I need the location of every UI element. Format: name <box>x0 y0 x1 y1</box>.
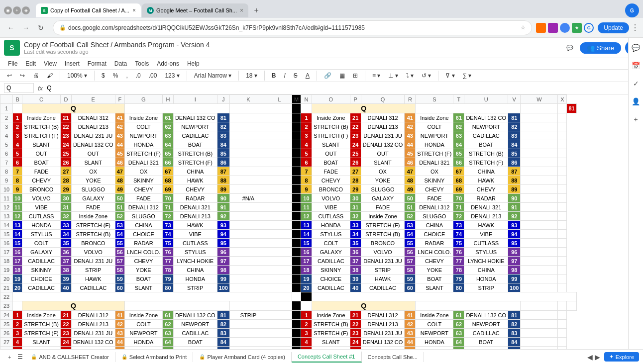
section-q-right[interactable]: Q <box>312 104 415 113</box>
cell-o10[interactable]: BRONCO <box>312 185 350 194</box>
cell-n16[interactable]: 15 <box>301 239 312 248</box>
col-U[interactable]: U <box>464 95 508 104</box>
cell-t28[interactable]: 65 <box>453 347 464 350</box>
cell-x10[interactable] <box>558 185 567 194</box>
comment-icon[interactable]: 💬 <box>564 42 576 54</box>
cell-c27[interactable]: SLANT <box>22 338 61 347</box>
cell-e8[interactable]: OX <box>71 167 115 176</box>
cell-s27[interactable]: HONDA <box>416 338 453 347</box>
cell-c7[interactable]: BOAT <box>22 158 61 167</box>
cell-q26[interactable]: DENALI 231 JU <box>361 329 405 338</box>
cell-p2[interactable]: 21 <box>350 113 361 122</box>
filter-button[interactable]: ⊽ ▾ <box>442 71 457 81</box>
cell-s10[interactable]: CHEVY <box>416 185 453 194</box>
cell-w3[interactable] <box>521 122 558 131</box>
cell-h11[interactable]: 70 <box>162 194 173 203</box>
cell-c12[interactable]: VIBE <box>22 203 61 212</box>
cell-v11[interactable]: 90 <box>508 194 521 203</box>
cell-j15[interactable]: 94 <box>217 230 229 239</box>
cell-l24[interactable] <box>267 311 292 320</box>
cell-b2[interactable]: 1 <box>13 113 22 122</box>
cell-s17[interactable]: LNCH COLO. <box>416 248 453 257</box>
cell-l20[interactable] <box>267 274 292 283</box>
cell-v14[interactable]: 93 <box>508 221 521 230</box>
cell-o20[interactable]: CHOICE <box>312 274 350 283</box>
cell-g28[interactable]: STRETCH (F) <box>124 347 162 350</box>
cell-s15[interactable]: CHOICE <box>416 230 453 239</box>
cell-c14[interactable]: HONDA <box>22 221 61 230</box>
cell-f16[interactable]: 55 <box>115 239 124 248</box>
tab-close-2[interactable]: × <box>240 7 243 14</box>
address-bar[interactable]: 🔒 docs.google.com/spreadsheets/d/1lRQQCi… <box>53 20 532 35</box>
cell-s28[interactable]: STRETCH (F) <box>416 347 453 350</box>
cell-j8[interactable]: 87 <box>217 167 229 176</box>
cell-o7[interactable]: BOAT <box>312 158 350 167</box>
cell-j17[interactable]: 96 <box>217 248 229 257</box>
cell-o26[interactable]: STRETCH (F) <box>312 329 350 338</box>
cell-w10[interactable] <box>521 185 558 194</box>
cell-q13[interactable]: Inside Zone <box>361 212 405 221</box>
cell-v20[interactable]: 99 <box>508 274 521 283</box>
cell-r19[interactable]: 58 <box>405 266 416 274</box>
cell-n7[interactable]: 6 <box>301 158 312 167</box>
cell-b15[interactable]: 14 <box>13 230 22 239</box>
cell-h17[interactable]: 76 <box>162 248 173 257</box>
cell-n27[interactable]: 4 <box>301 338 312 347</box>
cell-k2[interactable] <box>229 113 267 122</box>
reload-button[interactable]: ↻ <box>34 21 48 35</box>
cell-c20[interactable]: CHOICE <box>22 274 61 283</box>
cell-w8[interactable] <box>521 167 558 176</box>
cell-o25[interactable]: STRETCH (B) <box>312 320 350 329</box>
cell-j10[interactable]: 89 <box>217 185 229 194</box>
col-L[interactable]: L <box>267 95 292 104</box>
cell-e24[interactable]: DENALI 312 <box>71 311 115 320</box>
side-calendar-icon[interactable]: 📅 <box>630 60 642 72</box>
valign-button[interactable]: ⊥ ▾ <box>385 71 401 81</box>
cell-w24[interactable] <box>521 311 558 320</box>
cell-v6[interactable]: 85 <box>508 149 521 158</box>
cell-v19[interactable]: 98 <box>508 266 521 274</box>
cell-j18[interactable]: 97 <box>217 257 229 266</box>
col-B[interactable]: B <box>13 95 22 104</box>
cell-o13[interactable]: CUTLASS <box>312 212 350 221</box>
cell-u28[interactable]: STRETCH (B) <box>464 347 508 350</box>
cell-v23[interactable] <box>521 301 558 311</box>
cell-c8[interactable]: FADE <box>22 167 61 176</box>
cell-l21[interactable] <box>267 283 292 292</box>
cell-e20[interactable]: HAWK <box>71 274 115 283</box>
menu-file[interactable]: File <box>4 58 21 69</box>
cell-g24[interactable]: Inside Zone <box>124 311 162 320</box>
cell-r10[interactable]: 49 <box>405 185 416 194</box>
cell-q12[interactable]: FADE <box>361 203 405 212</box>
cell-g26[interactable]: NEWPORT <box>124 329 162 338</box>
cell-r8[interactable]: 47 <box>405 167 416 176</box>
cell-v15[interactable]: 94 <box>508 230 521 239</box>
cell-q25[interactable]: DENALI 213 <box>361 320 405 329</box>
scroll-right-button[interactable]: ▶ <box>595 353 600 361</box>
cell-l17[interactable] <box>267 248 292 257</box>
cell-k14[interactable] <box>229 221 267 230</box>
cell-u17[interactable]: STYLUS <box>464 248 508 257</box>
decimal-inc-button[interactable]: .00 <box>146 71 160 81</box>
cell-t27[interactable]: 64 <box>453 338 464 347</box>
cell-v26[interactable]: 83 <box>508 329 521 338</box>
cell-k28[interactable] <box>229 347 267 350</box>
cell-t3[interactable]: 62 <box>453 122 464 131</box>
cell-i25[interactable]: NEWPORT <box>173 320 217 329</box>
cell-n2[interactable]: 1 <box>301 113 312 122</box>
cell-n28[interactable]: 5 <box>301 347 312 350</box>
cell-i3[interactable]: NEWPORT <box>173 122 217 131</box>
cell-c19[interactable]: SKINNY <box>22 266 61 274</box>
cell-b10[interactable]: 9 <box>13 185 22 194</box>
cell-q21[interactable]: CADILLAC <box>361 283 405 292</box>
cell-v8[interactable]: 87 <box>508 167 521 176</box>
menu-view[interactable]: View <box>40 58 61 69</box>
cell-e26[interactable]: DENALI 231 JU <box>71 329 115 338</box>
cell-w16[interactable] <box>521 239 558 248</box>
cell-r7[interactable]: 46 <box>405 158 416 167</box>
cell-n14[interactable]: 13 <box>301 221 312 230</box>
cell-p15[interactable]: 34 <box>350 230 361 239</box>
cell-e12[interactable]: FADE <box>71 203 115 212</box>
cell-n11[interactable]: 10 <box>301 194 312 203</box>
cell-f27[interactable]: 44 <box>115 338 124 347</box>
